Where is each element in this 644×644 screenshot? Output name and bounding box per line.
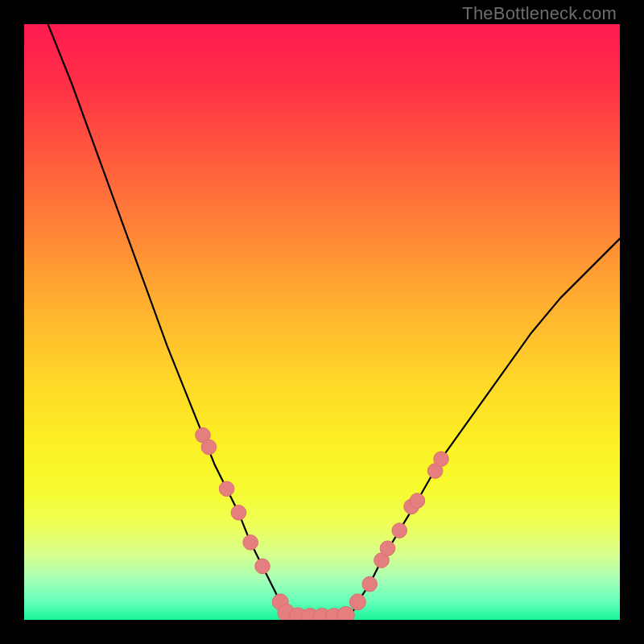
chart-svg bbox=[24, 24, 620, 620]
data-marker bbox=[380, 541, 395, 556]
data-marker bbox=[337, 606, 354, 620]
series-bottleneck-curve-right bbox=[352, 238, 620, 613]
watermark-text: TheBottleneck.com bbox=[462, 3, 617, 24]
data-marker bbox=[243, 535, 258, 551]
data-marker bbox=[434, 452, 449, 467]
marker-group bbox=[196, 427, 449, 620]
series-bottleneck-curve-left bbox=[48, 24, 287, 614]
data-marker bbox=[410, 493, 425, 509]
data-marker bbox=[349, 594, 365, 610]
data-marker bbox=[255, 559, 270, 574]
data-marker bbox=[201, 440, 217, 455]
data-marker bbox=[392, 523, 407, 539]
plot-area bbox=[24, 24, 620, 620]
data-marker bbox=[219, 481, 234, 497]
data-marker bbox=[231, 506, 246, 521]
chart-frame bbox=[24, 24, 620, 620]
data-marker bbox=[362, 576, 378, 592]
series-group bbox=[48, 24, 620, 617]
